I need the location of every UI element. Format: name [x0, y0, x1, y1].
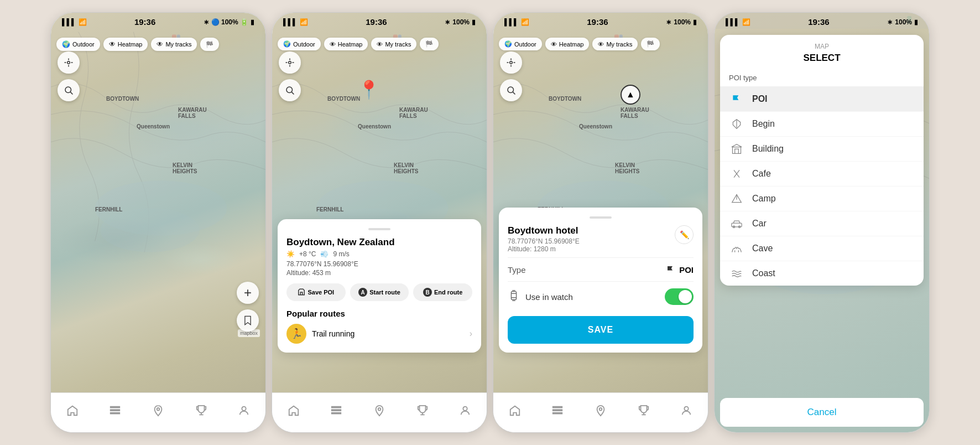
use-watch-label: Use in watch: [525, 292, 659, 302]
save-poi-btn[interactable]: SAVE: [508, 316, 694, 344]
map-type-more[interactable]: 🏁: [200, 38, 219, 51]
svg-point-22: [289, 61, 291, 64]
signal-icons-2: ▌▌▌📶: [283, 18, 308, 26]
nav-profile-3[interactable]: [680, 405, 692, 417]
svg-point-27: [286, 87, 293, 93]
location-button-3[interactable]: [500, 51, 522, 74]
signal-icons-3: ▌▌▌📶: [504, 18, 529, 26]
save-poi-button[interactable]: Save POI: [286, 283, 346, 301]
nav-list-2[interactable]: [330, 405, 342, 417]
map-type-heatmap-3[interactable]: 👁Heatmap: [545, 38, 590, 50]
cancel-button[interactable]: Cancel: [720, 398, 924, 427]
select-item-cave[interactable]: Cave: [720, 236, 924, 261]
bookmark-button[interactable]: [237, 309, 259, 332]
map-area-2[interactable]: 🌍Outdoor 👁Heatmap 👁My tracks 🏁 📍 Queenst…: [272, 13, 487, 392]
select-item-car[interactable]: Car: [720, 211, 924, 236]
cave-item-label: Cave: [752, 244, 773, 253]
map-area-3[interactable]: 🌍Outdoor 👁Heatmap 👁My tracks 🏁 ▲ Queenst…: [493, 13, 708, 392]
search-button-2[interactable]: [279, 79, 301, 101]
nav-home[interactable]: [66, 405, 79, 417]
location-button[interactable]: [58, 51, 80, 74]
map-pin-3[interactable]: ▲: [621, 85, 640, 105]
select-item-cafe[interactable]: Cafe: [720, 162, 924, 187]
time-display-2: 19:36: [366, 17, 387, 27]
map-type-outdoor[interactable]: 🌍 Outdoor: [56, 38, 100, 51]
kawarau-label: KAWARAUFALLS: [178, 107, 207, 119]
location-button-2[interactable]: [279, 51, 301, 74]
nav-map-3[interactable]: [595, 405, 607, 417]
map-pin-2[interactable]: 📍: [358, 79, 380, 100]
svg-line-28: [291, 92, 294, 94]
poi-detail-card: Boydtown hotel 78.77076°N 15.96908°E Alt…: [499, 208, 702, 353]
car-item-label: Car: [752, 219, 767, 229]
camp-type-icon: [729, 193, 744, 204]
trail-running-item[interactable]: 🏃 Trail running ›: [286, 324, 472, 344]
select-item-camp[interactable]: Camp: [720, 187, 924, 211]
nav-trophy-3[interactable]: [638, 405, 650, 417]
select-item-begin[interactable]: Begin: [720, 112, 924, 137]
temp-value: +8 °C: [299, 250, 316, 258]
nav-map[interactable]: [152, 405, 164, 417]
phone-1: ▌▌▌ 📶 19:36 ∗ 🔵 100% 🔋 ▮: [50, 12, 266, 433]
nav-home-3[interactable]: [509, 405, 521, 417]
begin-item-label: Begin: [752, 119, 775, 129]
nav-trophy[interactable]: [195, 405, 207, 417]
time-display-4: 19:36: [808, 17, 829, 27]
map-type-more-2[interactable]: 🏁: [420, 38, 439, 50]
nav-profile-2[interactable]: [459, 405, 471, 417]
svg-rect-13: [111, 412, 120, 413]
poi-coords: 78.77076°N 15.96908°E: [508, 237, 580, 245]
map-controls-left-1: [58, 51, 80, 101]
start-route-button[interactable]: A Start route: [350, 283, 409, 301]
select-panel-header: MAP SELECT: [720, 35, 924, 71]
coast-type-icon: [729, 268, 744, 279]
cave-type-icon: [729, 243, 744, 254]
map-type-tracks-2[interactable]: 👁My tracks: [371, 38, 416, 50]
search-button[interactable]: [58, 79, 80, 101]
select-item-coast[interactable]: Coast: [720, 261, 924, 286]
map-type-tracks[interactable]: 👁 My tracks: [151, 38, 197, 51]
svg-rect-11: [111, 406, 120, 407]
end-route-icon: B: [423, 288, 432, 297]
map-type-bar-3: 🌍Outdoor 👁Heatmap 👁My tracks 🏁: [499, 38, 702, 50]
map-type-more-3[interactable]: 🏁: [641, 38, 660, 50]
select-item-poi[interactable]: POI: [720, 87, 924, 112]
map-area-1[interactable]: 🌍 Outdoor 👁 Heatmap 👁 My tracks 🏁: [51, 13, 265, 392]
cafe-item-label: Cafe: [752, 169, 771, 179]
map-type-outdoor-2[interactable]: 🌍Outdoor: [278, 38, 321, 50]
end-route-button[interactable]: B End route: [413, 283, 472, 301]
nav-map-2[interactable]: [373, 405, 385, 417]
select-heading: SELECT: [729, 53, 915, 64]
map-type-heatmap-2[interactable]: 👁Heatmap: [324, 38, 368, 50]
signal-icons-4: ▌▌▌📶: [726, 18, 750, 26]
poi-altitude: Altitude: 1280 m: [508, 245, 580, 253]
watch-icon: [508, 289, 520, 304]
nav-trophy-2[interactable]: [416, 405, 429, 417]
wind-value: 9 m/s: [333, 250, 349, 258]
map-type-outdoor-3[interactable]: 🌍Outdoor: [499, 38, 542, 50]
use-watch-toggle[interactable]: [665, 288, 694, 305]
svg-point-35: [463, 406, 467, 410]
nav-home-2[interactable]: [288, 405, 300, 417]
map-type-tracks-3[interactable]: 👁My tracks: [592, 38, 638, 50]
status-bar-1: ▌▌▌ 📶 19:36 ∗ 🔵 100% 🔋 ▮: [51, 13, 265, 29]
map-type-heatmap[interactable]: 👁 Heatmap: [103, 38, 148, 51]
popular-routes-title: Popular routes: [286, 309, 472, 318]
nav-list-3[interactable]: [551, 405, 564, 417]
nav-profile[interactable]: [238, 405, 250, 417]
map-type-bar-2: 🌍Outdoor 👁Heatmap 👁My tracks 🏁: [278, 38, 481, 50]
search-button-3[interactable]: [500, 79, 522, 101]
boydtown-label-2: BOYDTOWN: [327, 96, 360, 102]
select-item-building[interactable]: Building: [720, 137, 924, 162]
flag-icon: 🏁: [206, 41, 213, 48]
svg-rect-31: [332, 412, 341, 413]
add-button[interactable]: +: [237, 282, 259, 304]
poi-type-row[interactable]: Type POI: [508, 257, 694, 281]
popup-coords: 78.77076°N 15.96908°E: [286, 260, 472, 268]
poi-edit-button[interactable]: ✏️: [675, 225, 694, 244]
battery-area-2: ∗100%▮: [445, 18, 476, 26]
phone-2: ▌▌▌📶 19:36 ∗100%▮ 🌍Outdoor 👁Heatmap 👁My …: [272, 12, 487, 433]
heatmap-icon: 👁: [109, 40, 116, 48]
kawarau-label-2: KAWARAUFALLS: [399, 107, 428, 119]
nav-list[interactable]: [109, 405, 121, 417]
